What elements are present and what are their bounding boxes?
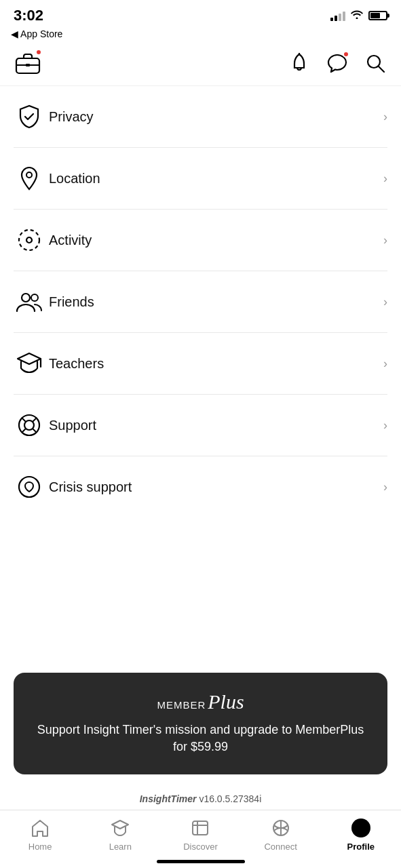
nav-profile[interactable]: Profile: [334, 817, 388, 852]
teachers-chevron: ›: [383, 357, 387, 371]
back-label[interactable]: ◀ App Store: [11, 28, 62, 39]
privacy-icon: [14, 101, 45, 132]
briefcase-notification-dot: [35, 49, 42, 56]
svg-point-10: [31, 294, 38, 301]
menu-item-privacy[interactable]: Privacy ›: [14, 86, 387, 148]
svg-line-16: [33, 418, 36, 422]
svg-point-8: [26, 237, 32, 243]
header-left: [14, 49, 42, 77]
crisis-support-icon: [14, 471, 45, 502]
member-title: MEMBER Plus: [30, 692, 371, 712]
discover-label: Discover: [183, 842, 218, 852]
crisis-support-chevron: ›: [383, 480, 387, 494]
app-version-number: v16.0.5.27384i: [199, 793, 261, 804]
bottom-nav: Home Learn Discover: [0, 810, 401, 854]
discover-icon: [189, 817, 211, 839]
nav-connect[interactable]: Connect: [254, 817, 308, 852]
svg-point-7: [19, 230, 39, 250]
support-label: Support: [49, 418, 383, 433]
activity-label: Activity: [49, 233, 383, 248]
signal-icon: [330, 10, 345, 21]
svg-point-9: [22, 294, 30, 302]
header-right: [287, 51, 387, 75]
svg-point-25: [358, 823, 364, 829]
member-text-plus: Plus: [208, 692, 244, 712]
menu-item-location[interactable]: Location ›: [14, 148, 387, 210]
home-indicator-bar: [157, 860, 245, 863]
svg-line-14: [22, 418, 26, 422]
status-bar: 3:02: [0, 0, 401, 27]
friends-icon: [14, 286, 45, 317]
menu-item-crisis-support[interactable]: Crisis support ›: [14, 456, 387, 517]
app-version: InsightTimer v16.0.5.27384i: [0, 785, 401, 810]
svg-point-13: [24, 420, 34, 430]
search-icon[interactable]: [363, 51, 387, 75]
menu-item-activity[interactable]: Activity ›: [14, 210, 387, 271]
learn-icon: [109, 817, 131, 839]
battery-icon: [368, 11, 387, 20]
member-description: Support Insight Timer's mission and upgr…: [30, 722, 371, 755]
message-notification-dot: [343, 51, 349, 58]
status-time: 3:02: [14, 7, 43, 24]
location-chevron: ›: [383, 172, 387, 186]
home-indicator: [0, 854, 401, 868]
app-name: InsightTimer: [140, 793, 197, 804]
status-icons: [330, 9, 387, 22]
connect-icon: [270, 817, 292, 839]
privacy-chevron: ›: [383, 110, 387, 124]
svg-rect-19: [193, 821, 208, 835]
teachers-icon: [14, 348, 45, 379]
svg-line-17: [22, 429, 26, 432]
bell-icon[interactable]: [287, 51, 311, 75]
connect-label: Connect: [264, 842, 297, 852]
messages-icon[interactable]: [325, 51, 349, 75]
menu-item-teachers[interactable]: Teachers ›: [14, 333, 387, 395]
member-text-regular: MEMBER: [157, 699, 206, 711]
member-plus-banner[interactable]: MEMBER Plus Support Insight Timer's miss…: [14, 673, 387, 774]
nav-learn[interactable]: Learn: [93, 817, 147, 852]
menu-item-friends[interactable]: Friends ›: [14, 271, 387, 333]
location-label: Location: [49, 171, 383, 186]
profile-label: Profile: [347, 842, 375, 852]
home-label: Home: [28, 842, 52, 852]
top-header: [0, 43, 401, 86]
friends-label: Friends: [49, 294, 383, 310]
svg-rect-2: [26, 64, 30, 66]
activity-chevron: ›: [383, 233, 387, 248]
home-icon: [29, 817, 51, 839]
profile-icon: [350, 817, 372, 839]
nav-home[interactable]: Home: [13, 817, 67, 852]
support-icon: [14, 410, 45, 441]
friends-chevron: ›: [383, 295, 387, 309]
app-store-back[interactable]: ◀ App Store: [0, 27, 401, 43]
svg-point-12: [19, 415, 39, 435]
activity-icon: [14, 224, 45, 256]
teachers-label: Teachers: [49, 356, 383, 372]
svg-line-5: [379, 66, 384, 72]
privacy-label: Privacy: [49, 109, 383, 125]
svg-point-6: [26, 172, 32, 178]
nav-discover[interactable]: Discover: [173, 817, 227, 852]
menu-item-support[interactable]: Support ›: [14, 395, 387, 456]
learn-label: Learn: [109, 842, 132, 852]
svg-line-15: [33, 429, 36, 432]
location-icon: [14, 163, 45, 194]
svg-point-18: [19, 477, 39, 497]
support-chevron: ›: [383, 418, 387, 433]
wifi-icon: [351, 9, 363, 22]
menu-list: Privacy › Location › Activity ›: [0, 86, 401, 656]
crisis-support-label: Crisis support: [49, 479, 383, 495]
